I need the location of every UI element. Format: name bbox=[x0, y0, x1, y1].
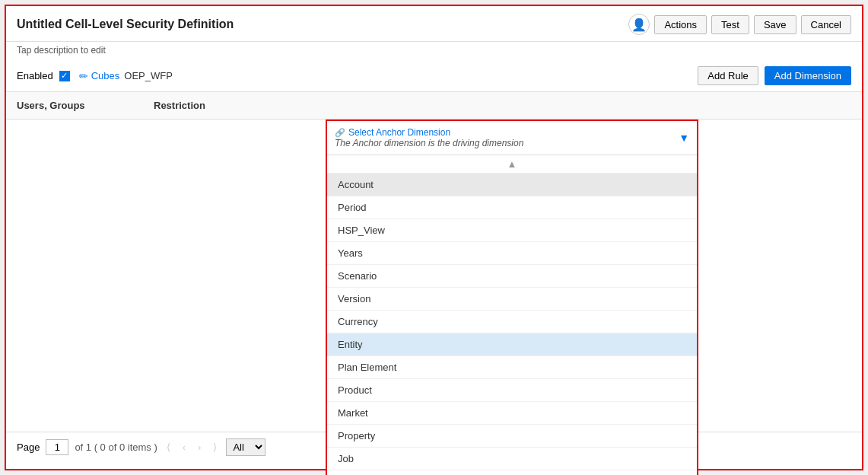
dropdown-item[interactable]: Period bbox=[327, 196, 697, 219]
page-info: of 1 ( 0 of 0 items ) bbox=[75, 442, 157, 453]
dropdown-item[interactable]: Account bbox=[327, 174, 697, 196]
table-header: Users, Groups Restriction bbox=[6, 92, 862, 120]
dropdown-item[interactable]: Currency bbox=[327, 311, 697, 333]
header-actions: 👤 Actions Test Save Cancel bbox=[628, 14, 851, 35]
dropdown-list: AccountPeriodHSP_ViewYearsScenarioVersio… bbox=[327, 174, 697, 475]
add-dimension-button[interactable]: Add Dimension bbox=[765, 66, 851, 85]
page-label: Page bbox=[17, 442, 40, 453]
actions-button[interactable]: Actions bbox=[654, 15, 707, 34]
dropdown-item[interactable]: Property bbox=[327, 425, 697, 448]
all-select[interactable]: All 25 50 100 bbox=[226, 438, 265, 456]
dropdown-item[interactable]: Version bbox=[327, 288, 697, 311]
cubes-value: OEP_WFP bbox=[124, 70, 173, 81]
main-container: Untitled Cell-Level Security Definition … bbox=[5, 5, 863, 470]
enabled-label: Enabled bbox=[17, 70, 53, 81]
all-select-wrap: All 25 50 100 bbox=[226, 438, 265, 456]
header: Untitled Cell-Level Security Definition … bbox=[6, 6, 862, 42]
col-restriction: Restriction bbox=[154, 100, 306, 111]
link-icon: 🔗 bbox=[335, 128, 345, 138]
nav-prev-button[interactable]: ‹ bbox=[180, 440, 189, 454]
anchor-dimension-dropdown: 🔗 Select Anchor Dimension The Anchor dim… bbox=[326, 120, 698, 475]
edit-icon: ✏ bbox=[79, 70, 88, 82]
dropdown-header: 🔗 Select Anchor Dimension The Anchor dim… bbox=[327, 121, 697, 155]
toolbar-left: Enabled ✓ ✏ Cubes OEP_WFP bbox=[17, 70, 173, 82]
dropdown-arrow-down[interactable]: ▼ bbox=[679, 132, 689, 144]
user-icon: 👤 bbox=[628, 14, 650, 35]
dropdown-item[interactable]: Employee bbox=[327, 470, 697, 475]
col-empty bbox=[306, 100, 851, 111]
dropdown-item[interactable]: Job bbox=[327, 448, 697, 470]
cubes-section: ✏ Cubes OEP_WFP bbox=[79, 70, 173, 82]
enabled-checkbox[interactable]: ✓ bbox=[59, 71, 70, 81]
save-button[interactable]: Save bbox=[754, 15, 796, 34]
cubes-label: ✏ Cubes bbox=[79, 70, 120, 82]
test-button[interactable]: Test bbox=[711, 15, 749, 34]
enabled-section: Enabled ✓ bbox=[17, 70, 70, 81]
bottom-area: 🔗 Select Anchor Dimension The Anchor dim… bbox=[6, 120, 862, 462]
add-rule-button[interactable]: Add Rule bbox=[698, 66, 758, 85]
toolbar: Enabled ✓ ✏ Cubes OEP_WFP Add Rule Add D… bbox=[6, 60, 862, 92]
nav-first-button[interactable]: ⟨ bbox=[164, 440, 173, 454]
dropdown-item[interactable]: Years bbox=[327, 242, 697, 265]
toolbar-right: Add Rule Add Dimension bbox=[698, 66, 851, 85]
anchor-description: The Anchor dimension is the driving dime… bbox=[335, 138, 523, 148]
dropdown-item[interactable]: HSP_View bbox=[327, 219, 697, 242]
page-title: Untitled Cell-Level Security Definition bbox=[17, 18, 234, 31]
dropdown-item[interactable]: Market bbox=[327, 402, 697, 425]
nav-next-button[interactable]: › bbox=[195, 440, 204, 454]
nav-last-button[interactable]: ⟩ bbox=[210, 440, 220, 454]
col-users-groups: Users, Groups bbox=[17, 100, 154, 111]
cancel-button[interactable]: Cancel bbox=[801, 15, 851, 34]
dropdown-item[interactable]: Entity bbox=[327, 333, 697, 356]
select-anchor-label: 🔗 Select Anchor Dimension bbox=[335, 127, 523, 138]
dropdown-item[interactable]: Scenario bbox=[327, 265, 697, 288]
dropdown-item[interactable]: Product bbox=[327, 379, 697, 402]
dropdown-item[interactable]: Plan Element bbox=[327, 356, 697, 379]
scroll-up-arrow[interactable]: ▲ bbox=[327, 155, 697, 174]
page-input[interactable] bbox=[46, 439, 68, 455]
description-hint: Tap description to edit bbox=[6, 42, 862, 60]
